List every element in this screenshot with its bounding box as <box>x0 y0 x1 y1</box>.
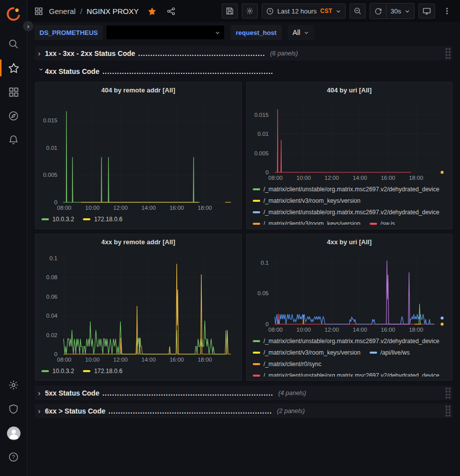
legend-item[interactable]: /_matrix/client/v3/room_keys/version <box>253 220 361 225</box>
zoom-out-time-button[interactable] <box>350 3 366 18</box>
refresh-interval-picker[interactable]: 30s <box>386 3 414 18</box>
legend-item[interactable]: /_matrix/client/unstable/org.matrix.msc2… <box>253 186 440 193</box>
dashboards-icon[interactable] <box>3 82 23 102</box>
legend-label: 172.18.0.6 <box>94 216 122 223</box>
legend-item[interactable]: /sw.js <box>370 220 395 225</box>
refresh-interval-label: 30s <box>391 7 401 15</box>
row-drag-handle[interactable] <box>446 388 451 399</box>
request-host-value-wrap: All <box>288 25 315 40</box>
timeseries-plot[interactable]: 08:0010:0012:0014:0016:0018:0000.050.1 <box>250 248 450 334</box>
chevron-down-icon <box>215 30 220 35</box>
datasource-picker[interactable] <box>106 25 225 40</box>
datasource-variable: DS_PROMETHEUS <box>34 25 225 40</box>
panel-title[interactable]: 4xx by uri [All] <box>250 236 450 248</box>
svg-text:12:00: 12:00 <box>324 175 339 181</box>
breadcrumb: General / NGINX PROXY <box>34 7 175 15</box>
legend-label: /_matrix/client/v3/room_keys/version <box>264 197 361 204</box>
help-icon[interactable]: ? <box>3 447 23 467</box>
request-host-label[interactable]: request_host <box>231 25 282 40</box>
legend-item[interactable]: /_matrix/client/r0/sync <box>253 361 322 368</box>
panel-4xx-by-remote-addr: 4xx by remote addr [All] 08:0010:0012:00… <box>35 234 242 381</box>
time-zone-label: CST <box>320 7 332 14</box>
kebab-menu-icon <box>446 7 448 15</box>
alerting-bell-icon[interactable] <box>3 130 23 150</box>
explore-compass-icon[interactable] <box>3 106 23 126</box>
sidebar-expand-button[interactable]: › <box>22 20 34 32</box>
svg-text:0.1: 0.1 <box>261 260 269 266</box>
datasource-label[interactable]: DS_PROMETHEUS <box>34 25 103 40</box>
legend-swatch <box>253 352 260 354</box>
legend-label: 10.0.3.2 <box>52 368 74 375</box>
svg-text:14:00: 14:00 <box>353 327 367 333</box>
panel-title[interactable]: 404 by uri [All] <box>250 84 450 96</box>
server-admin-shield-icon[interactable] <box>3 399 23 419</box>
row-drag-handle[interactable] <box>446 406 451 417</box>
svg-text:?: ? <box>12 454 15 460</box>
dashboard-title[interactable]: NGINX PROXY <box>87 7 139 15</box>
request-host-picker[interactable]: All <box>288 25 315 40</box>
timeseries-plot[interactable]: 08:0010:0012:0014:0016:0018:0000.0050.01… <box>250 96 450 182</box>
top-nav-actions: Last 12 hours CST <box>218 3 455 19</box>
panel-legend: /_matrix/client/unstable/org.matrix.msc2… <box>250 334 450 377</box>
grafana-logo[interactable] <box>3 4 23 24</box>
chevron-down-icon <box>336 8 341 14</box>
starred-dashboards-icon[interactable] <box>3 58 23 78</box>
panel-grid: 404 by remote addr [All] 08:0010:0012:00… <box>35 82 453 381</box>
dashboard-body: › 1xx - 3xx - 2xx Status Code ..........… <box>27 43 460 476</box>
legend-item[interactable]: /_matrix/client/v3/room_keys/version <box>253 349 361 356</box>
monitor-icon <box>423 7 431 15</box>
svg-text:18:00: 18:00 <box>409 327 423 333</box>
svg-text:10:00: 10:00 <box>85 357 100 363</box>
timeseries-plot[interactable]: 08:0010:0012:0014:0016:0018:0000.0050.01… <box>38 96 238 212</box>
row-dots: ........................................… <box>138 49 265 57</box>
row-title: 6xx > Status Code <box>45 407 105 415</box>
svg-text:0: 0 <box>265 321 268 327</box>
search-icon[interactable] <box>3 34 23 54</box>
row-title: 5xx Status Code <box>45 389 99 397</box>
row-header-5xx[interactable]: › 5xx Status Code ......................… <box>35 386 453 400</box>
cycle-view-mode-button[interactable] <box>419 3 435 18</box>
legend-item[interactable]: 10.0.3.2 <box>41 368 74 375</box>
panel-404-by-remote-addr: 404 by remote addr [All] 08:0010:0012:00… <box>35 82 242 229</box>
main-area: General / NGINX PROXY <box>27 0 460 476</box>
favorite-star-icon[interactable] <box>148 7 156 15</box>
legend-item[interactable]: /_matrix/client/v3/room_keys/version <box>253 197 361 204</box>
row-chevron-icon: › <box>38 49 45 57</box>
legend-item[interactable]: /_matrix/client/unstable/org.matrix.msc2… <box>253 372 440 377</box>
svg-text:0.05: 0.05 <box>257 290 268 296</box>
legend-item[interactable]: /api/live/ws <box>370 349 410 356</box>
row-drag-handle[interactable] <box>446 48 451 59</box>
time-range-picker[interactable]: Last 12 hours CST <box>262 3 346 18</box>
svg-text:08:00: 08:00 <box>268 175 283 181</box>
row-header-1xx-3xx-2xx[interactable]: › 1xx - 3xx - 2xx Status Code ..........… <box>35 46 453 60</box>
configuration-gear-icon[interactable] <box>3 375 23 395</box>
svg-text:0.04: 0.04 <box>46 313 58 319</box>
legend-label: /_matrix/client/unstable/org.matrix.msc2… <box>264 186 440 193</box>
legend-item[interactable]: 172.18.0.6 <box>83 216 122 223</box>
save-dashboard-button[interactable] <box>222 3 238 18</box>
svg-text:10:00: 10:00 <box>296 175 311 181</box>
row-header-6xx[interactable]: › 6xx > Status Code ....................… <box>35 404 453 418</box>
legend-item[interactable]: 10.0.3.2 <box>41 216 74 223</box>
row-header-4xx[interactable]: › 4xx Status Code ......................… <box>35 64 453 78</box>
chevron-down-icon <box>304 30 309 35</box>
panel-title[interactable]: 4xx by remote addr [All] <box>38 236 238 248</box>
zoom-out-icon <box>354 7 362 15</box>
legend-item[interactable]: /_matrix/client/unstable/org.matrix.msc2… <box>253 209 440 216</box>
panel-title[interactable]: 404 by remote addr [All] <box>38 84 238 96</box>
share-icon[interactable] <box>167 7 175 15</box>
refresh-group: 30s <box>370 3 415 19</box>
dashboard-settings-button[interactable] <box>242 3 258 18</box>
legend-item[interactable]: /_matrix/client/unstable/org.matrix.msc2… <box>253 338 440 345</box>
svg-text:0.08: 0.08 <box>46 274 57 280</box>
breadcrumb-folder[interactable]: General <box>49 7 75 15</box>
svg-text:16:00: 16:00 <box>169 357 184 363</box>
svg-text:0.1: 0.1 <box>49 255 57 261</box>
more-options-button[interactable] <box>439 3 455 18</box>
panel-legend: 10.0.3.2172.18.0.6 <box>38 212 238 225</box>
timeseries-plot[interactable]: 08:0010:0012:0014:0016:0018:0000.020.040… <box>38 248 238 364</box>
legend-item[interactable]: 172.18.0.6 <box>83 368 122 375</box>
user-avatar[interactable] <box>3 423 23 443</box>
refresh-button[interactable] <box>370 3 386 18</box>
legend-swatch <box>41 218 49 220</box>
